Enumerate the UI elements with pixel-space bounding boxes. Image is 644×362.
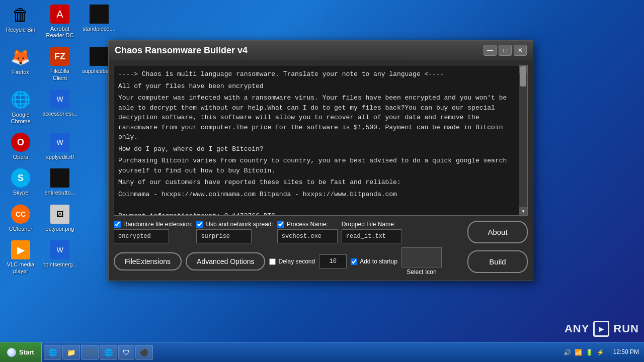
- randomize-label: Randomize file extension:: [123, 221, 192, 228]
- ransom-line-7: Coinmama - hxxps://www.coinmama.com Bitp…: [118, 190, 515, 200]
- taskbar-media-icon[interactable]: 🎵: [81, 345, 99, 360]
- acrobat-icon: A: [50, 5, 69, 24]
- dialog-content: ----> Chaos is multi language ransomware…: [109, 60, 533, 281]
- tray-volume-icon[interactable]: 🔊: [564, 348, 572, 356]
- scrollbar-thumb[interactable]: [520, 66, 526, 86]
- usb-spread-input[interactable]: [196, 229, 252, 243]
- vlc-icon: ▶: [11, 240, 30, 259]
- opera-label: Opera: [13, 154, 29, 160]
- desktop-icon-chrome[interactable]: 🌐 Google Chrome: [3, 87, 39, 127]
- close-button[interactable]: ✕: [514, 45, 527, 56]
- dialog-title: Chaos Ransomware Builder v4: [115, 45, 248, 56]
- start-button[interactable]: Start: [0, 342, 42, 362]
- dropped-file-label: Dropped File Name: [342, 221, 402, 228]
- opera-icon: O: [11, 133, 30, 152]
- firefox-icon: 🦊: [11, 47, 31, 67]
- build-button[interactable]: Build: [467, 250, 528, 273]
- tray-network-icon[interactable]: 📶: [575, 348, 583, 356]
- ransom-line-8: Payment informationAmount: 0.1473766 BTC: [118, 211, 515, 216]
- ransom-note-container: ----> Chaos is multi language ransomware…: [114, 65, 528, 216]
- desktop-icon-acrobat[interactable]: A Acrobat Reader DC: [42, 3, 78, 41]
- desktop-icon-firefox[interactable]: 🦊 Firefox: [3, 45, 39, 83]
- delay-checkbox[interactable]: [269, 258, 276, 265]
- ransom-line-3: Your computer was infected with a ransom…: [118, 93, 515, 142]
- anyrun-text2: RUN: [613, 322, 639, 335]
- desktop: 🗑 Recycle Bin A Acrobat Reader DC standp…: [0, 0, 644, 362]
- process-name-input[interactable]: [277, 229, 338, 243]
- octyour-icon: 🖼: [50, 205, 69, 224]
- ransom-line-4: How do I pay, where do I get Bitcoin?: [118, 144, 515, 154]
- select-icon-box[interactable]: [401, 247, 442, 267]
- pointsemerg-icon: W: [50, 240, 69, 259]
- filezilla-label: FileZilla Client: [44, 68, 76, 81]
- desktop-icon-octyour[interactable]: 🖼 octyour.png: [42, 203, 78, 234]
- standpiece-label: standpiece....: [83, 26, 115, 32]
- maximize-button[interactable]: □: [499, 45, 512, 56]
- firefox-label: Firefox: [12, 69, 29, 75]
- applyedit-icon: W: [50, 133, 69, 152]
- ccleaner-label: CCleaner: [9, 226, 32, 232]
- start-orb-icon: [7, 348, 16, 357]
- taskbar-norton-icon[interactable]: 🛡: [118, 345, 134, 360]
- suppliesbas-icon: [90, 47, 109, 66]
- desktop-icon-applyedit[interactable]: W applyedit.rtf: [42, 131, 78, 162]
- desktop-icon-recycle-bin[interactable]: 🗑 Recycle Bin: [3, 3, 39, 41]
- file-extensions-button[interactable]: FileExtensions: [114, 252, 182, 270]
- ccleaner-icon: CC: [11, 205, 30, 224]
- entirebutto-label: entirebutto...: [44, 190, 75, 196]
- taskbar: Start 🌐 📁 🎵 🌐 🛡 ⚫ 🔊: [0, 342, 644, 362]
- desktop-icon-filezilla[interactable]: FZ FileZilla Client: [42, 45, 78, 83]
- randomize-checkbox-group: Randomize file extension:: [114, 221, 192, 228]
- anyrun-watermark: ANY ▶ RUN: [565, 321, 639, 337]
- tray-battery-icon[interactable]: 🔋: [586, 348, 594, 356]
- desktop-icon-skype[interactable]: S Skype: [3, 166, 39, 198]
- usb-label: Usb and network spread:: [206, 221, 273, 228]
- taskbar-chrome-icon[interactable]: 🌐: [100, 345, 117, 360]
- advanced-options-button[interactable]: Advanced Options: [186, 252, 265, 270]
- desktop-icon-pointsemerg[interactable]: W pointsemerg...: [42, 238, 78, 277]
- taskbar-app-icon[interactable]: ⚫: [135, 345, 153, 360]
- minimize-button[interactable]: —: [484, 45, 497, 56]
- system-clock: 12:50 PM: [613, 348, 644, 356]
- octyour-label: octyour.png: [46, 226, 74, 232]
- start-label: Start: [19, 348, 34, 356]
- taskbar-separator: [611, 345, 611, 359]
- accessoriesi-label: accessoriesi...: [42, 111, 77, 117]
- chaos-ransomware-dialog: Chaos Ransomware Builder v4 — □ ✕ ----> …: [108, 40, 533, 281]
- anyrun-text1: ANY: [565, 322, 589, 335]
- desktop-icon-vlc[interactable]: ▶ VLC media player: [3, 238, 39, 277]
- desktop-icon-entirebutto[interactable]: entirebutto...: [42, 166, 78, 198]
- scrollbar-down-arrow[interactable]: ▼: [519, 207, 527, 215]
- file-extension-input[interactable]: [114, 229, 169, 243]
- desktop-icon-opera[interactable]: O Opera: [3, 131, 39, 162]
- recycle-bin-icon: 🗑: [11, 5, 31, 25]
- randomize-checkbox[interactable]: [114, 221, 121, 228]
- filezilla-icon: FZ: [50, 47, 69, 66]
- applyedit-label: applyedit.rtf: [46, 154, 74, 160]
- recycle-bin-label: Recycle Bin: [6, 27, 35, 33]
- startup-label: Add to startup: [360, 258, 397, 265]
- desktop-icons-container: 🗑 Recycle Bin A Acrobat Reader DC standp…: [3, 3, 117, 277]
- ransom-note-text[interactable]: ----> Chaos is multi language ransomware…: [114, 65, 519, 215]
- window-controls: — □ ✕: [484, 45, 527, 56]
- taskbar-folder-icon[interactable]: 📁: [62, 345, 80, 360]
- dropped-file-input[interactable]: [342, 229, 402, 243]
- ransom-line-2: All of your files have been encrypted: [118, 81, 515, 92]
- about-button[interactable]: About: [467, 221, 528, 243]
- taskbar-ie-icon[interactable]: 🌐: [44, 345, 61, 360]
- tray-action-icon[interactable]: ⚡: [597, 348, 605, 356]
- title-bar: Chaos Ransomware Builder v4 — □ ✕: [109, 41, 533, 60]
- ransom-line-5: Purchasing Bitcoin varies from country t…: [118, 156, 515, 175]
- desktop-icon-standpiece[interactable]: standpiece....: [81, 3, 117, 41]
- delay-label: Delay second: [278, 258, 315, 265]
- startup-checkbox[interactable]: [351, 258, 357, 265]
- delay-input[interactable]: [319, 254, 347, 268]
- desktop-icon-accessoriesi[interactable]: W accessoriesi...: [42, 87, 78, 127]
- accessoriesi-icon: W: [50, 89, 69, 109]
- usb-checkbox[interactable]: [196, 221, 203, 228]
- skype-icon: S: [11, 168, 30, 188]
- process-checkbox[interactable]: [277, 221, 284, 228]
- desktop-icon-ccleaner[interactable]: CC CCleaner: [3, 203, 39, 234]
- chrome-label: Google Chrome: [5, 112, 37, 125]
- ransom-line-6: Many of our customers have reported thes…: [118, 177, 515, 188]
